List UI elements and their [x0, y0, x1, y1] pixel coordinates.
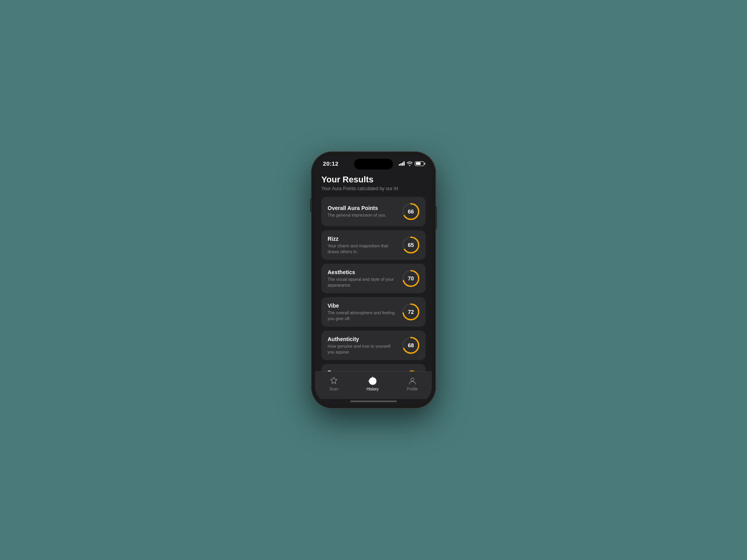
card-desc-rizz: Your charm and magnetism that draws othe… [328, 243, 397, 254]
history-icon [368, 376, 377, 386]
status-icons [399, 161, 424, 166]
score-card-authenticity[interactable]: Authenticity How genuine and true to you… [321, 331, 426, 360]
score-value-rizz: 65 [408, 242, 414, 248]
phone-screen: 20:12 [315, 156, 432, 404]
card-title-overall: Overall Aura Points [328, 205, 397, 211]
nav-history[interactable]: History [362, 375, 383, 393]
card-title-aesthetics: Aesthetics [328, 269, 397, 275]
score-value-aesthetics: 70 [408, 275, 414, 282]
card-text-authenticity: Authenticity How genuine and true to you… [328, 336, 397, 355]
score-value-vibe: 72 [408, 309, 414, 315]
nav-history-label: History [366, 387, 379, 391]
card-desc-aesthetics: The visual appeal and style of your appe… [328, 276, 397, 288]
wifi-icon [407, 161, 413, 166]
score-circle-rizz: 65 [402, 236, 420, 254]
score-circle-aesthetics: 70 [402, 269, 420, 288]
card-desc-authenticity: How genuine and true to yourself you app… [328, 343, 397, 355]
home-indicator [350, 401, 397, 402]
bottom-nav: Scan History [315, 371, 432, 399]
signal-icon [399, 161, 405, 166]
page-subtitle: Your Aura Points calculated by our AI [321, 186, 426, 191]
score-card-vibe[interactable]: Vibe The overall atmosphere and feeling … [321, 297, 426, 327]
card-text-overall: Overall Aura Points The general impressi… [328, 205, 397, 218]
card-title-rizz: Rizz [328, 236, 397, 242]
score-value-authenticity: 68 [408, 342, 414, 348]
card-title-vibe: Vibe [328, 303, 397, 309]
nav-profile[interactable]: Profile [402, 375, 423, 393]
content-area[interactable]: Your Results Your Aura Points calculated… [315, 168, 432, 371]
status-time: 20:12 [323, 160, 338, 167]
nav-scan-label: Scan [330, 387, 338, 391]
score-cards-container: Overall Aura Points The general impressi… [321, 197, 426, 371]
score-card-aesthetics[interactable]: Aesthetics The visual appeal and style o… [321, 264, 426, 293]
score-card-rizz[interactable]: Rizz Your charm and magnetism that draws… [321, 230, 426, 260]
svg-point-14 [411, 378, 414, 381]
profile-icon [408, 376, 417, 386]
page-header: Your Results Your Aura Points calculated… [321, 168, 426, 197]
score-circle-energy: 60 [402, 369, 420, 371]
card-desc-overall: The general impression of you. [328, 212, 397, 218]
nav-scan[interactable]: Scan [324, 375, 343, 393]
score-circle-vibe: 72 [402, 303, 420, 321]
page-title: Your Results [321, 175, 426, 185]
card-title-authenticity: Authenticity [328, 336, 397, 342]
card-text-rizz: Rizz Your charm and magnetism that draws… [328, 236, 397, 254]
dynamic-island [354, 159, 393, 170]
score-circle-authenticity: 68 [402, 336, 420, 355]
score-card-overall[interactable]: Overall Aura Points The general impressi… [321, 197, 426, 226]
phone-frame: 20:12 [311, 152, 436, 408]
battery-icon [415, 161, 424, 166]
svg-point-11 [403, 371, 419, 371]
card-text-aesthetics: Aesthetics The visual appeal and style o… [328, 269, 397, 288]
nav-profile-label: Profile [407, 387, 418, 391]
card-text-vibe: Vibe The overall atmosphere and feeling … [328, 303, 397, 321]
scan-icon [329, 376, 338, 386]
score-circle-overall: 66 [402, 202, 420, 221]
score-card-energy[interactable]: Energy The level of enthusiasm and dynam… [321, 364, 426, 371]
score-value-overall: 66 [408, 208, 414, 215]
card-desc-vibe: The overall atmosphere and feeling you g… [328, 310, 397, 321]
